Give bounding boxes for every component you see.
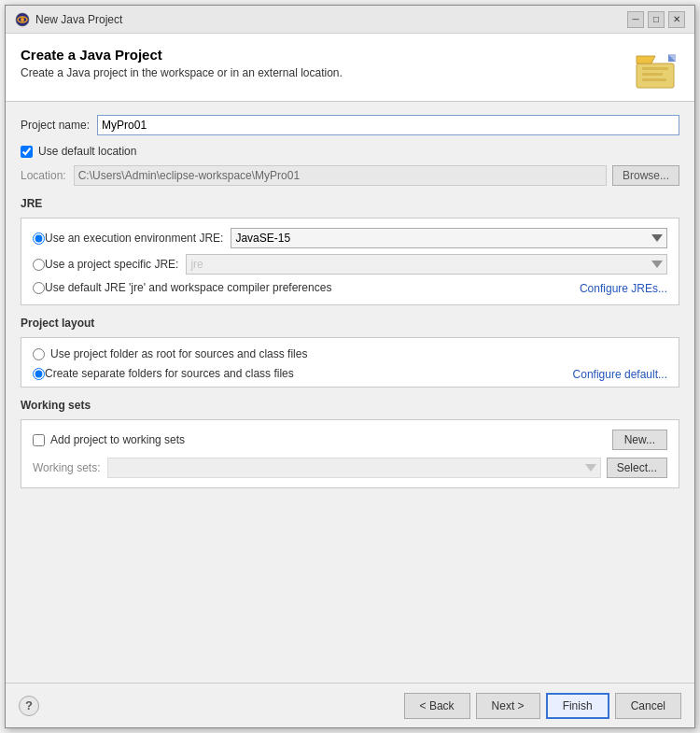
default-location-row: Use default location — [21, 145, 679, 158]
browse-button[interactable]: Browse... — [612, 165, 679, 186]
project-layout-section: Use project folder as root for sources a… — [21, 337, 679, 388]
footer-left: ? — [19, 696, 39, 716]
jre-default-radio[interactable] — [33, 282, 45, 294]
cancel-button[interactable]: Cancel — [615, 693, 681, 719]
working-sets-section: Add project to working sets New... Worki… — [21, 419, 679, 488]
svg-point-2 — [21, 18, 24, 21]
project-name-row: Project name: — [21, 115, 679, 135]
svg-marker-4 — [637, 56, 655, 63]
jre-specific-label[interactable]: Use a project specific JRE: — [45, 258, 178, 271]
layout-separate-label[interactable]: Create separate folders for sources and … — [45, 367, 294, 380]
ws-add-left: Add project to working sets — [33, 433, 185, 446]
title-bar-title: New Java Project — [35, 13, 122, 26]
jre-environment-dropdown[interactable]: JavaSE-15 JavaSE-11 JavaSE-8 — [231, 228, 667, 248]
use-default-location-checkbox[interactable] — [21, 146, 33, 158]
svg-rect-5 — [642, 67, 668, 70]
minimize-button[interactable]: ─ — [627, 11, 644, 28]
new-java-project-dialog: New Java Project ─ □ ✕ Create a Java Pro… — [5, 5, 695, 728]
jre-specific-dropdown[interactable]: jre — [186, 254, 667, 275]
location-label: Location: — [21, 169, 66, 182]
dialog-header-icon — [635, 47, 679, 92]
layout-option2-row: Create separate folders for sources and … — [33, 366, 667, 381]
jre-section-title: JRE — [21, 197, 679, 210]
add-working-set-checkbox[interactable] — [33, 434, 45, 446]
close-button[interactable]: ✕ — [668, 11, 685, 28]
location-input[interactable] — [74, 165, 607, 186]
project-name-input[interactable] — [97, 115, 679, 135]
title-bar-controls: ─ □ ✕ — [627, 11, 685, 28]
configure-default-link[interactable]: Configure default... — [573, 368, 667, 381]
location-row: Location: Browse... — [21, 165, 679, 186]
svg-rect-7 — [642, 78, 666, 81]
layout-option1-row: Use project folder as root for sources a… — [33, 347, 667, 360]
working-sets-add-row: Add project to working sets New... — [33, 430, 667, 450]
project-layout-section-title: Project layout — [21, 317, 679, 330]
add-working-set-label[interactable]: Add project to working sets — [50, 433, 185, 446]
dialog-footer: ? < Back Next > Finish Cancel — [6, 683, 694, 727]
jre-env-radio[interactable] — [33, 233, 45, 245]
dialog-header: Create a Java Project Create a Java proj… — [6, 34, 694, 102]
layout-root-label[interactable]: Use project folder as root for sources a… — [50, 347, 307, 360]
use-default-location-label[interactable]: Use default location — [38, 145, 136, 158]
jre-option3-row: Use default JRE 'jre' and workspace comp… — [33, 280, 667, 295]
next-button[interactable]: Next > — [476, 693, 540, 719]
new-working-set-button[interactable]: New... — [612, 430, 667, 450]
dialog-subtitle: Create a Java project in the workspace o… — [21, 66, 343, 79]
dialog-header-text: Create a Java Project Create a Java proj… — [21, 47, 343, 79]
back-button[interactable]: < Back — [404, 693, 470, 719]
eclipse-icon — [15, 12, 30, 27]
svg-rect-6 — [642, 73, 663, 76]
jre-section: Use an execution environment JRE: JavaSE… — [21, 218, 679, 305]
jre-specific-radio[interactable] — [33, 259, 45, 271]
jre-option2-row: Use a project specific JRE: jre — [33, 254, 667, 275]
select-working-set-button[interactable]: Select... — [607, 458, 667, 478]
layout-separate-radio[interactable] — [33, 368, 45, 380]
layout-root-radio[interactable] — [33, 348, 45, 360]
jre-option1-row: Use an execution environment JRE: JavaSE… — [33, 228, 667, 248]
maximize-button[interactable]: □ — [648, 11, 665, 28]
footer-buttons: < Back Next > Finish Cancel — [404, 693, 681, 719]
working-sets-section-title: Working sets — [21, 399, 679, 412]
dialog-title: Create a Java Project — [21, 47, 343, 63]
jre-env-label[interactable]: Use an execution environment JRE: — [45, 232, 223, 245]
project-name-label: Project name: — [21, 119, 90, 132]
title-bar-left: New Java Project — [15, 12, 122, 27]
working-sets-dropdown[interactable] — [107, 458, 600, 478]
finish-button[interactable]: Finish — [546, 693, 609, 719]
working-sets-label: Working sets: — [33, 461, 100, 474]
configure-jres-link[interactable]: Configure JREs... — [580, 282, 667, 295]
title-bar: New Java Project ─ □ ✕ — [6, 6, 694, 34]
help-button[interactable]: ? — [19, 696, 39, 716]
jre-default-label[interactable]: Use default JRE 'jre' and workspace comp… — [45, 281, 331, 294]
working-sets-select-row: Working sets: Select... — [33, 458, 667, 478]
dialog-body: Project name: Use default location Locat… — [6, 102, 694, 683]
